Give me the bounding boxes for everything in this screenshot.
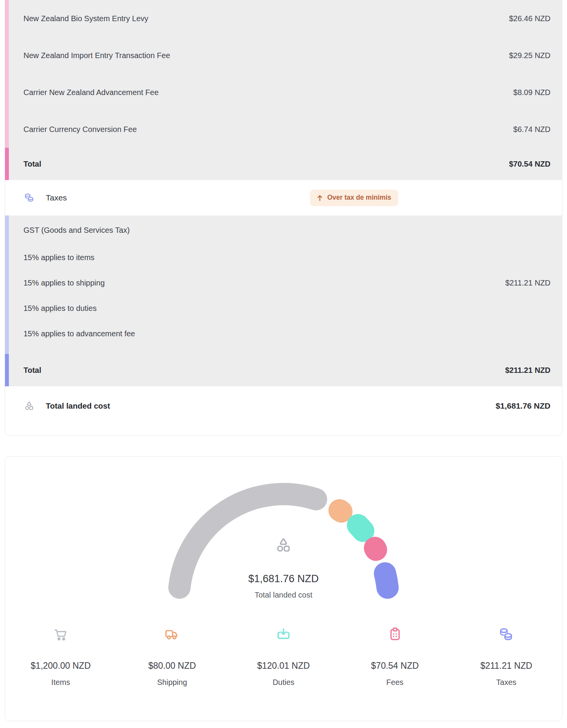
tax-total-row: Total $211.21 NZD [5,354,562,386]
fee-row: New Zealand Bio System Entry Levy $26.46… [5,0,562,37]
stat-shipping: $80.00 NZD Shipping [117,626,228,687]
fees-accent-bar [5,0,9,37]
tax-row: 15% applies to advancement fee [5,321,562,354]
fee-row: New Zealand Import Entry Transaction Fee… [5,37,562,74]
tax-total-value: $211.21 NZD [505,366,550,375]
tax-row: 15% applies to items [5,245,562,270]
tax-row: GST (Goods and Services Tax) [5,215,562,245]
fees-total-label: Total [23,160,41,169]
fees-total-row: Total $70.54 NZD [5,148,562,180]
total-landed-cost-row: Total landed cost $1,681.76 NZD [5,386,562,436]
gauge-segment-duties[interactable] [358,525,363,531]
gauge-center: $1,681.76 NZD Total landed cost [157,536,410,599]
download-icon [275,626,292,643]
tax-accent-bar [5,270,9,296]
truck-icon [163,626,180,643]
coins-icon [498,626,515,643]
cost-summary-legend: $1,200.00 NZD Items $80.00 NZD Shipping [5,626,562,687]
landed-cost-shapes-icon [274,536,293,554]
stat-label: Fees [339,678,451,687]
fee-row: Carrier Currency Conversion Fee $6.74 NZ… [5,111,562,148]
tax-label: 15% applies to shipping [23,279,105,287]
fees-total-value: $70.54 NZD [509,160,550,169]
stat-duties: $120.01 NZD Duties [228,626,339,687]
tax-row: 15% applies to duties [5,296,562,321]
tax-label: 15% applies to duties [23,304,97,313]
stat-fees: $70.54 NZD Fees [339,626,451,687]
taxes-section-label: Taxes [46,193,67,202]
tax-total-label: Total [23,366,41,375]
stat-label: Duties [228,678,339,687]
stat-taxes: $211.21 NZD Taxes [450,626,562,687]
cost-breakdown-card: New Zealand Bio System Entry Levy $26.46… [5,0,562,436]
total-landed-cost-value: $1,681.76 NZD [496,401,550,411]
stat-items: $1,200.00 NZD Items [5,626,117,687]
fees-total-accent-bar [5,148,9,180]
stat-amount: $120.01 NZD [228,661,339,671]
stat-label: Items [5,678,117,687]
fee-label: New Zealand Bio System Entry Levy [23,14,148,23]
cart-icon [52,626,69,643]
fee-value: $29.25 NZD [509,51,550,60]
fees-accent-bar [5,74,9,111]
stat-amount: $70.54 NZD [339,661,451,671]
tax-total-accent-bar [5,354,9,386]
stat-amount: $211.21 NZD [450,661,562,671]
tax-label: 15% applies to advancement fee [23,329,135,338]
stat-amount: $80.00 NZD [117,661,228,671]
tax-value: $211.21 NZD [505,279,550,287]
stat-label: Shipping [117,678,228,687]
fee-value: $8.09 NZD [513,88,550,97]
gauge-segment-shipping[interactable] [340,510,342,511]
badge-label: Over tax de minimis [327,194,391,201]
taxes-section-header: Taxes Over tax de minimis [5,180,562,215]
tax-label: 15% applies to items [23,253,95,262]
tax-accent-bar [5,245,9,270]
tax-accent-bar [5,296,9,321]
tax-accent-bar [5,215,9,245]
stat-label: Taxes [450,678,562,687]
landed-cost-gauge-card: $1,681.76 NZD Total landed cost $1,200.0… [5,456,562,721]
over-tax-de-minimis-badge: Over tax de minimis [310,190,398,206]
landed-cost-gauge: $1,681.76 NZD Total landed cost [157,478,410,613]
tax-label: GST (Goods and Services Tax) [23,226,130,235]
gauge-total-label: Total landed cost [255,591,312,599]
coins-icon [23,192,35,204]
fee-row: Carrier New Zealand Advancement Fee $8.0… [5,74,562,111]
total-landed-cost-label: Total landed cost [46,401,110,411]
gauge-total-value: $1,681.76 NZD [248,573,319,585]
arrow-up-icon [317,194,323,202]
fee-value: $26.46 NZD [509,14,550,23]
fee-value: $6.74 NZD [513,125,550,134]
landed-cost-shapes-icon [23,400,35,412]
tax-accent-bar [5,321,9,354]
fee-label: New Zealand Import Entry Transaction Fee [23,51,170,60]
fees-accent-bar [5,111,9,148]
fee-label: Carrier New Zealand Advancement Fee [23,88,158,97]
clipboard-icon [387,626,404,643]
fees-accent-bar [5,37,9,74]
stat-amount: $1,200.00 NZD [5,661,117,671]
fee-label: Carrier Currency Conversion Fee [23,125,137,134]
tax-row: 15% applies to shipping $211.21 NZD [5,270,562,296]
